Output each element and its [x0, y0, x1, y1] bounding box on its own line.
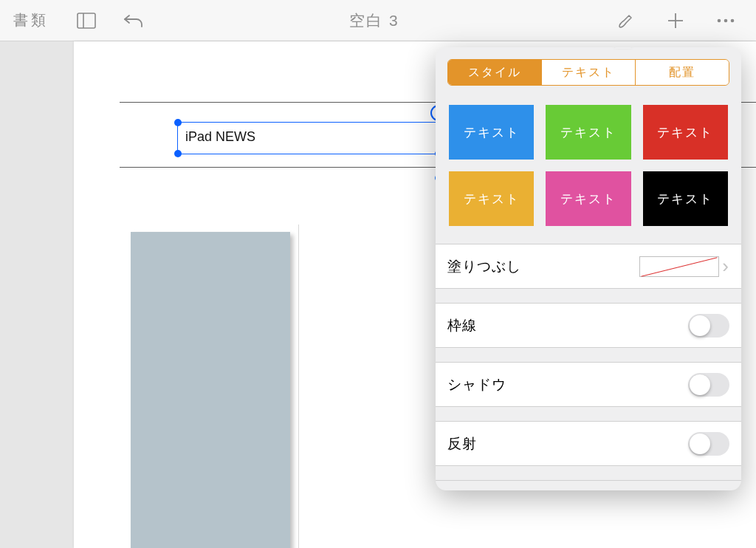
- page-gutter: [0, 41, 74, 548]
- swatch-yellow[interactable]: テキスト: [449, 171, 534, 226]
- chevron-right-icon: ›: [722, 255, 729, 278]
- svg-rect-0: [78, 13, 95, 28]
- toggle-border[interactable]: [688, 314, 729, 338]
- format-brush-icon[interactable]: [613, 8, 638, 33]
- segmented-control: スタイル テキスト 配置: [447, 59, 729, 86]
- swatch-red[interactable]: テキスト: [643, 105, 728, 160]
- svg-point-4: [718, 18, 721, 22]
- label-border: 枠線: [447, 316, 688, 335]
- row-border[interactable]: 枠線: [436, 304, 741, 348]
- label-shadow: シャドウ: [447, 375, 688, 394]
- undo-icon[interactable]: [121, 8, 146, 33]
- svg-point-5: [724, 18, 728, 22]
- toolbar: 書類 空白 3: [0, 0, 756, 41]
- swatch-black[interactable]: テキスト: [643, 171, 728, 226]
- format-popover: スタイル テキスト 配置 テキスト テキスト テキスト テキスト テキスト テキ…: [436, 47, 741, 490]
- swatch-pink[interactable]: テキスト: [546, 171, 630, 226]
- list-separator: [436, 407, 741, 422]
- swatch-green[interactable]: テキスト: [546, 105, 630, 160]
- tab-style[interactable]: スタイル: [448, 60, 542, 85]
- row-reflection[interactable]: 反射: [436, 422, 741, 466]
- row-shadow[interactable]: シャドウ: [436, 363, 741, 407]
- image-placeholder[interactable]: [131, 232, 290, 548]
- label-reflection: 反射: [447, 434, 688, 453]
- fill-preview-none: [639, 256, 719, 277]
- label-fill: 塗りつぶし: [447, 257, 639, 276]
- resize-handle-top-left[interactable]: [174, 119, 182, 126]
- toggle-shadow[interactable]: [688, 373, 729, 397]
- list-separator: [436, 348, 741, 363]
- style-swatches: テキスト テキスト テキスト テキスト テキスト テキスト: [436, 96, 741, 244]
- toggle-reflection[interactable]: [688, 432, 729, 456]
- swatch-blue[interactable]: テキスト: [449, 105, 534, 160]
- style-options-list: 塗りつぶし › 枠線 シャドウ 反射: [436, 244, 741, 481]
- column-guide: [298, 225, 299, 548]
- add-icon[interactable]: [663, 8, 688, 33]
- svg-point-6: [731, 18, 735, 22]
- panels-icon[interactable]: [74, 8, 99, 33]
- tab-arrange[interactable]: 配置: [636, 60, 729, 85]
- documents-button[interactable]: 書類: [10, 10, 52, 30]
- document-title: 空白 3: [349, 12, 399, 29]
- tab-text[interactable]: テキスト: [542, 60, 636, 85]
- list-separator: [436, 466, 741, 481]
- row-fill[interactable]: 塗りつぶし ›: [436, 244, 741, 289]
- resize-handle-bottom-left[interactable]: [174, 150, 182, 157]
- list-separator: [436, 289, 741, 304]
- more-icon[interactable]: [713, 8, 738, 33]
